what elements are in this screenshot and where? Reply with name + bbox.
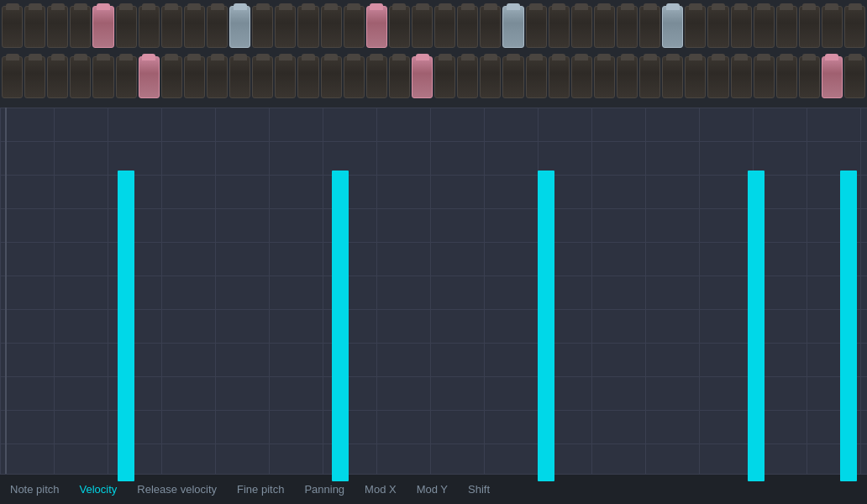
tab-mod-y[interactable]: Mod Y [415, 480, 449, 499]
clip-14[interactable] [321, 6, 342, 48]
clip-11[interactable] [252, 56, 273, 98]
clip-4[interactable] [92, 6, 113, 48]
clip-2[interactable] [47, 6, 68, 48]
clip-24[interactable] [549, 6, 570, 48]
note-bar-3[interactable] [748, 171, 765, 481]
clip-8[interactable] [184, 56, 205, 98]
clip-34[interactable] [776, 6, 797, 48]
clip-17[interactable] [389, 6, 410, 48]
clip-1[interactable] [24, 6, 45, 48]
clip-15[interactable] [344, 56, 365, 98]
clip-16[interactable] [366, 6, 387, 48]
clip-35[interactable] [799, 6, 820, 48]
clip-17[interactable] [389, 56, 410, 98]
clip-25[interactable] [571, 56, 592, 98]
clip-36[interactable] [822, 56, 843, 98]
clip-20[interactable] [457, 6, 478, 48]
tab-release-velocity[interactable]: Release velocity [135, 480, 218, 499]
clip-37[interactable] [844, 56, 865, 98]
clip-27[interactable] [617, 6, 638, 48]
main-container: Note pitchVelocityRelease velocityFine p… [0, 0, 867, 504]
note-bar-1[interactable] [332, 171, 349, 481]
clip-33[interactable] [754, 56, 775, 98]
clip-11[interactable] [252, 6, 273, 48]
clip-9[interactable] [207, 56, 228, 98]
tab-panning[interactable]: Panning [302, 480, 346, 499]
clip-18[interactable] [412, 6, 433, 48]
tab-velocity[interactable]: Velocity [78, 480, 119, 499]
clip-12[interactable] [275, 6, 296, 48]
clip-13[interactable] [297, 56, 318, 98]
clip-32[interactable] [731, 6, 752, 48]
clip-20[interactable] [457, 56, 478, 98]
clip-22[interactable] [502, 6, 523, 48]
clip-row-1 [2, 3, 865, 50]
clip-24[interactable] [549, 56, 570, 98]
clip-19[interactable] [434, 6, 455, 48]
clip-19[interactable] [434, 56, 455, 98]
clip-29[interactable] [662, 6, 683, 48]
clip-5[interactable] [116, 56, 137, 98]
clip-25[interactable] [571, 6, 592, 48]
clip-13[interactable] [297, 6, 318, 48]
clip-16[interactable] [366, 56, 387, 98]
clip-22[interactable] [502, 56, 523, 98]
clip-27[interactable] [617, 56, 638, 98]
clip-26[interactable] [594, 56, 615, 98]
clip-10[interactable] [229, 6, 250, 48]
clip-12[interactable] [275, 56, 296, 98]
clip-23[interactable] [526, 56, 547, 98]
clip-28[interactable] [639, 56, 660, 98]
bars-container [0, 108, 867, 474]
clip-31[interactable] [707, 56, 728, 98]
note-bar-2[interactable] [538, 171, 554, 481]
clip-10[interactable] [229, 56, 250, 98]
clip-3[interactable] [70, 6, 91, 48]
clip-7[interactable] [161, 56, 182, 98]
clip-26[interactable] [594, 6, 615, 48]
clip-3[interactable] [70, 56, 91, 98]
clip-35[interactable] [799, 56, 820, 98]
clip-23[interactable] [526, 6, 547, 48]
clip-4[interactable] [92, 56, 113, 98]
clip-32[interactable] [731, 56, 752, 98]
tab-mod-x[interactable]: Mod X [363, 480, 398, 499]
tab-note-pitch[interactable]: Note pitch [8, 480, 61, 499]
clip-33[interactable] [754, 6, 775, 48]
note-bar-4[interactable] [840, 171, 857, 481]
sequencer-area [0, 108, 867, 474]
clip-30[interactable] [685, 56, 706, 98]
clip-5[interactable] [116, 6, 137, 48]
clip-21[interactable] [480, 56, 501, 98]
clip-18[interactable] [412, 56, 433, 98]
clip-8[interactable] [184, 6, 205, 48]
clip-34[interactable] [776, 56, 797, 98]
tab-fine-pitch[interactable]: Fine pitch [235, 480, 286, 499]
clip-9[interactable] [207, 6, 228, 48]
clip-37[interactable] [844, 6, 865, 48]
clip-14[interactable] [321, 56, 342, 98]
clips-area [0, 0, 867, 108]
clip-29[interactable] [662, 56, 683, 98]
clip-28[interactable] [639, 6, 660, 48]
clip-31[interactable] [707, 6, 728, 48]
clip-30[interactable] [685, 6, 706, 48]
tab-shift[interactable]: Shift [466, 480, 491, 499]
clip-21[interactable] [480, 6, 501, 48]
clip-0[interactable] [2, 6, 23, 48]
clip-36[interactable] [822, 6, 843, 48]
clip-6[interactable] [139, 6, 160, 48]
clip-6[interactable] [139, 56, 160, 98]
clip-15[interactable] [344, 6, 365, 48]
clip-1[interactable] [24, 56, 45, 98]
clip-2[interactable] [47, 56, 68, 98]
clip-0[interactable] [2, 56, 23, 98]
clip-row-2 [2, 54, 865, 101]
note-bar-0[interactable] [118, 171, 134, 481]
clip-7[interactable] [161, 6, 182, 48]
